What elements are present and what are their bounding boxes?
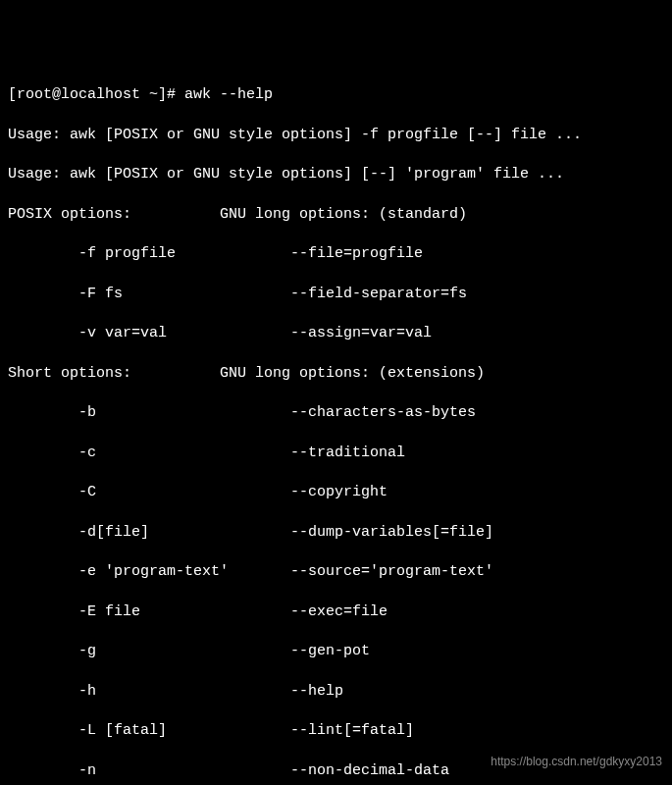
option-line: -g --gen-pot xyxy=(8,642,664,661)
option-line: -f progfile --file=progfile xyxy=(8,244,664,264)
option-line: -c --traditional xyxy=(8,444,664,463)
usage-line-2: Usage: awk [POSIX or GNU style options] … xyxy=(8,165,664,184)
option-line: -h --help xyxy=(8,682,664,702)
terminal-command: awk --help xyxy=(184,86,273,103)
option-line: -v var=val --assign=var=val xyxy=(8,324,664,343)
option-line: -F fs --field-separator=fs xyxy=(8,285,664,304)
option-line: -E file --exec=file xyxy=(8,602,664,622)
short-options-header: Short options: GNU long options: (extens… xyxy=(8,364,664,384)
option-line: -C --copyright xyxy=(8,483,664,502)
terminal-prompt-line: [root@localhost ~]# awk --help xyxy=(8,85,664,105)
option-line: -e 'program-text' --source='program-text… xyxy=(8,562,664,582)
watermark: https://blog.csdn.net/gdkyxy2013 xyxy=(491,754,662,769)
usage-line-1: Usage: awk [POSIX or GNU style options] … xyxy=(8,126,664,145)
option-line: -b --characters-as-bytes xyxy=(8,403,664,423)
option-line: -d[file] --dump-variables[=file] xyxy=(8,523,664,543)
terminal-prompt: [root@localhost ~]# xyxy=(8,86,184,103)
posix-options-header: POSIX options: GNU long options: (standa… xyxy=(8,205,664,225)
option-line: -L [fatal] --lint[=fatal] xyxy=(8,721,664,741)
